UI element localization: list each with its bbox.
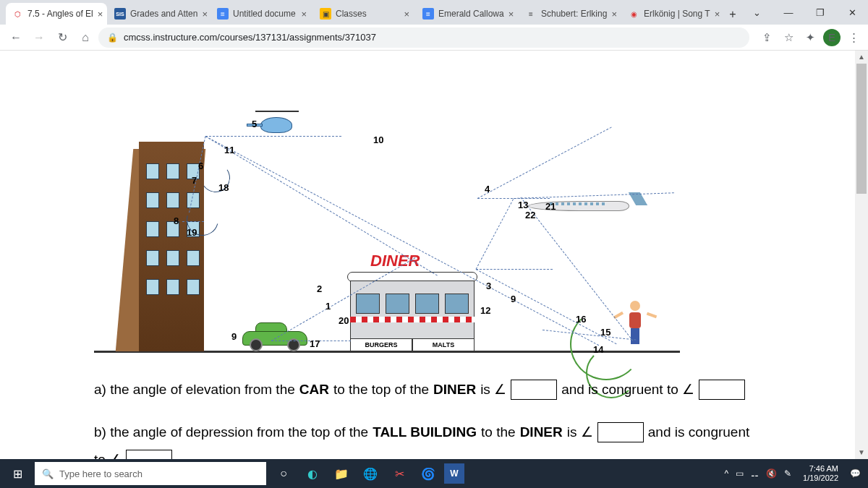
- tab-title: Classes: [336, 9, 367, 19]
- cortana-icon[interactable]: ○: [271, 461, 297, 487]
- maximize-icon[interactable]: ❐: [804, 7, 836, 18]
- question-a: a) the angle of elevation from the CAR t…: [94, 380, 826, 401]
- scroll-down-icon[interactable]: ▼: [855, 446, 868, 459]
- answer-input-a2[interactable]: [699, 380, 745, 400]
- close-icon[interactable]: ×: [504, 9, 514, 20]
- start-button[interactable]: ⊞: [0, 459, 35, 488]
- close-icon[interactable]: ×: [93, 9, 103, 20]
- tab[interactable]: ≡ Schubert: Erlking ×: [519, 3, 621, 25]
- lock-icon: 🔒: [107, 33, 118, 43]
- minimize-icon[interactable]: —: [773, 7, 804, 18]
- chevron-down-icon[interactable]: ⌄: [741, 7, 773, 18]
- label-12: 12: [480, 305, 490, 316]
- extension-icon[interactable]: ✦: [801, 31, 819, 44]
- label-6: 6: [198, 160, 203, 171]
- word-icon[interactable]: W: [444, 463, 464, 484]
- battery-icon[interactable]: ▭: [736, 468, 744, 479]
- tab[interactable]: ◉ Erlkönig | Song T ×: [622, 3, 723, 25]
- star-icon[interactable]: ☆: [780, 31, 797, 44]
- favicon-icon: ≡: [217, 8, 229, 20]
- close-icon[interactable]: ×: [197, 9, 208, 20]
- notifications-icon[interactable]: 💬: [850, 468, 861, 479]
- tall-building: [110, 127, 211, 351]
- answer-input-a1[interactable]: [511, 380, 557, 400]
- tab-bar: ⬡ 7.5 - Angles of El × SIS Grades and At…: [0, 0, 868, 25]
- close-icon[interactable]: ×: [607, 9, 617, 20]
- forward-button[interactable]: →: [29, 27, 49, 48]
- menu-malts: MALTS: [412, 338, 475, 351]
- label-7: 7: [192, 175, 197, 186]
- favicon-icon: ≡: [525, 8, 537, 20]
- tab[interactable]: ≡ Untitled docume ×: [211, 3, 312, 25]
- label-15: 15: [600, 327, 610, 338]
- favicon-icon: ▣: [320, 8, 331, 20]
- question-b: b) the angle of depression from the top …: [94, 422, 826, 443]
- favicon-icon: ⬡: [12, 8, 23, 20]
- label-4: 4: [485, 184, 490, 194]
- taskbar: ⊞ 🔍 Type here to search ○ ◐ 📁 🌐 ✂ 🌀 W ^ …: [0, 459, 868, 488]
- snip-icon[interactable]: ✂: [386, 461, 412, 487]
- search-placeholder: Type here to search: [59, 468, 142, 479]
- search-box[interactable]: 🔍 Type here to search: [35, 462, 266, 485]
- label-17: 17: [310, 338, 320, 349]
- label-19: 19: [187, 227, 197, 238]
- tab[interactable]: SIS Grades and Atten ×: [109, 3, 210, 25]
- tab-title: 7.5 - Angles of El: [27, 9, 93, 19]
- label-5: 5: [252, 119, 257, 129]
- close-icon[interactable]: ×: [297, 9, 307, 20]
- chrome-icon[interactable]: 🌐: [357, 461, 383, 487]
- menu-burgers: BURGERS: [350, 338, 412, 351]
- edge-icon[interactable]: ◐: [299, 461, 326, 487]
- question-b-cont: to ∠: [94, 450, 826, 459]
- tab-title: Grades and Atten: [130, 9, 197, 19]
- diagram: DINER BURGERS MALTS: [94, 113, 680, 359]
- label-20: 20: [339, 315, 349, 326]
- label-2: 2: [317, 283, 322, 294]
- explorer-icon[interactable]: 📁: [328, 461, 354, 487]
- back-button[interactable]: ←: [6, 27, 26, 48]
- close-icon[interactable]: ×: [399, 9, 409, 20]
- diner: DINER BURGERS MALTS: [347, 272, 477, 351]
- home-button[interactable]: ⌂: [75, 27, 95, 48]
- label-14: 14: [593, 344, 603, 355]
- tab[interactable]: ≡ Emerald Callowa ×: [417, 3, 518, 25]
- answer-input-b2[interactable]: [126, 450, 172, 459]
- favicon-icon: SIS: [114, 8, 126, 20]
- scrollbar[interactable]: ▲ ▼: [855, 51, 868, 459]
- label-21: 21: [545, 201, 556, 212]
- toolbar: ← → ↻ ⌂ 🔒 cmcss.instructure.com/courses/…: [0, 25, 868, 51]
- close-icon[interactable]: ✕: [836, 7, 868, 18]
- scroll-thumb[interactable]: [856, 64, 867, 194]
- scroll-up-icon[interactable]: ▲: [855, 51, 868, 64]
- label-8: 8: [174, 215, 179, 226]
- tab-active[interactable]: ⬡ 7.5 - Angles of El ×: [6, 3, 107, 25]
- volume-icon[interactable]: 🔇: [766, 468, 777, 479]
- close-icon[interactable]: ×: [710, 9, 720, 20]
- menu-icon[interactable]: ⋮: [845, 31, 862, 44]
- label-16: 16: [576, 314, 586, 325]
- answer-input-b1[interactable]: [597, 422, 644, 442]
- label-9a: 9: [231, 331, 237, 342]
- share-icon[interactable]: ⇪: [758, 31, 775, 44]
- url-bar[interactable]: 🔒 cmcss.instructure.com/courses/137131/a…: [98, 27, 749, 48]
- new-tab-button[interactable]: +: [725, 4, 741, 25]
- search-icon: 🔍: [42, 468, 54, 479]
- profile-avatar[interactable]: E: [823, 29, 841, 46]
- clock[interactable]: 7:46 AM 1/19/2022: [799, 464, 843, 483]
- label-10: 10: [373, 134, 383, 145]
- tab-title: Schubert: Erlking: [541, 9, 607, 19]
- window-controls: ⌄ — ❐ ✕: [741, 0, 868, 25]
- reload-button[interactable]: ↻: [52, 27, 72, 48]
- app-icon[interactable]: 🌀: [415, 461, 441, 487]
- label-1: 1: [326, 301, 331, 312]
- pen-icon[interactable]: ✎: [784, 468, 791, 479]
- tab-title: Emerald Callowa: [438, 9, 504, 19]
- wifi-icon[interactable]: ⚋: [751, 468, 759, 479]
- url-text: cmcss.instructure.com/courses/137131/ass…: [124, 32, 376, 43]
- label-22: 22: [525, 210, 535, 221]
- label-11: 11: [224, 145, 234, 155]
- favicon-icon: ◉: [628, 8, 639, 20]
- system-tray: ^ ▭ ⚋ 🔇 ✎ 7:46 AM 1/19/2022 💬: [724, 464, 868, 483]
- tab[interactable]: ▣ Classes ×: [314, 3, 415, 25]
- tray-chevron-icon[interactable]: ^: [724, 468, 728, 479]
